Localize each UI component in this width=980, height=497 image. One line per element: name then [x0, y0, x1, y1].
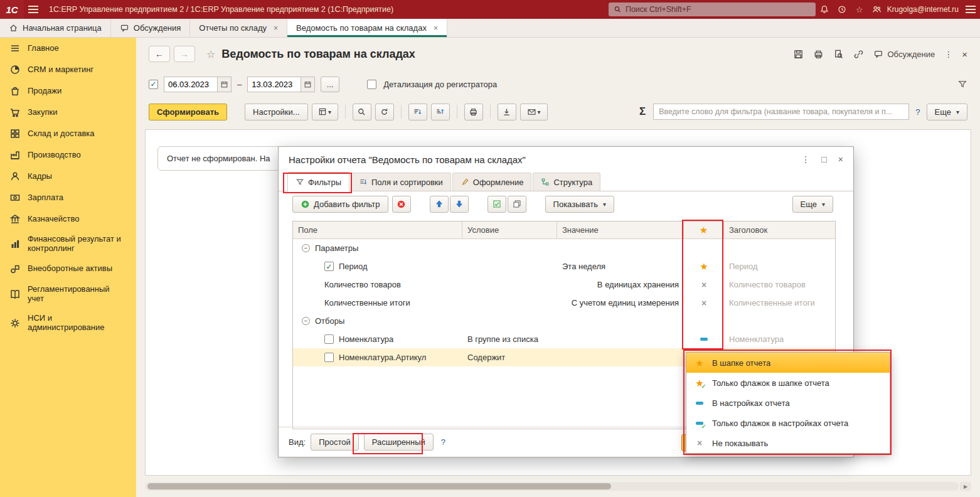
- menu-item-in-report-header[interactable]: ★ В шапке отчета: [686, 353, 890, 373]
- settings-button[interactable]: Настройки...: [245, 104, 308, 120]
- sidebar-item-fixed-assets[interactable]: Внеоборотные активы: [0, 259, 136, 280]
- row-checkbox-checked[interactable]: ✓: [324, 262, 334, 271]
- condition-cell[interactable]: В группе из списка: [467, 334, 538, 344]
- tab-structure[interactable]: Структура: [533, 173, 600, 191]
- move-up-button[interactable]: [430, 196, 449, 213]
- find-button[interactable]: [353, 104, 371, 120]
- sidebar-item-salary[interactable]: Зарплата: [0, 187, 136, 208]
- view-extended-button[interactable]: Расширенный: [364, 434, 434, 451]
- menu-item-checkbox-in-header[interactable]: ★ ✓ Только флажок в шапке отчета: [686, 373, 890, 393]
- period-options-button[interactable]: ...: [321, 77, 339, 92]
- print-icon[interactable]: [813, 49, 824, 60]
- menu-item-checkbox-in-settings[interactable]: ✓ Только флажок в настройках отчета: [686, 413, 890, 433]
- sidebar-item-hr[interactable]: Кадры: [0, 166, 136, 187]
- column-condition[interactable]: Условие: [462, 222, 557, 238]
- column-value[interactable]: Значение: [557, 222, 684, 238]
- detail-checkbox-label[interactable]: Детализация до регистратора: [383, 80, 497, 89]
- user-account[interactable]: Krugolga@internet.ru: [887, 5, 959, 14]
- main-menu-icon[interactable]: [24, 0, 43, 19]
- period-checkbox[interactable]: ✓: [149, 80, 158, 89]
- value-cell[interactable]: С учетом единиц измерения: [572, 298, 679, 307]
- favorite-star-icon[interactable]: ☆: [206, 48, 215, 60]
- tab-discussions[interactable]: Обсуждения: [111, 19, 191, 37]
- send-mail-button[interactable]: ▾: [520, 104, 548, 120]
- report-variants-button[interactable]: ▾: [312, 104, 338, 120]
- table-row-group-parameters[interactable]: − Параметры: [293, 239, 835, 257]
- date-from-input[interactable]: [164, 77, 217, 92]
- forward-button[interactable]: →: [174, 46, 195, 62]
- users-icon[interactable]: [868, 0, 886, 19]
- table-row-nomenclature[interactable]: Номенклатура В группе из списка Номенкла…: [293, 330, 835, 348]
- visibility-star-icon[interactable]: ★: [700, 262, 708, 271]
- print-report-button[interactable]: [464, 104, 483, 120]
- tab-appearance[interactable]: Оформление: [452, 173, 532, 191]
- global-search[interactable]: [609, 3, 816, 16]
- table-row-quantity[interactable]: Количество товаров В единицах хранения ×…: [293, 275, 835, 294]
- more-button[interactable]: Еще ▾: [927, 104, 967, 120]
- tab-filters[interactable]: Фильтры: [287, 172, 349, 191]
- date-to-input[interactable]: [248, 77, 301, 92]
- collapse-icon[interactable]: −: [302, 244, 310, 252]
- tab-warehouse-reports[interactable]: Отчеты по складу ×: [190, 19, 287, 37]
- tab-home[interactable]: Начальная страница: [0, 19, 111, 37]
- dialog-help-link[interactable]: ?: [441, 437, 445, 447]
- sidebar-item-nsi-admin[interactable]: НСИ и администрирование: [0, 309, 136, 338]
- row-checkbox-unchecked[interactable]: [324, 353, 334, 362]
- column-field[interactable]: Поле: [293, 222, 462, 238]
- more-dots-icon[interactable]: ⋮: [944, 50, 952, 59]
- scroll-right-icon[interactable]: ▶: [960, 482, 971, 491]
- save-icon[interactable]: [793, 49, 804, 60]
- dialog-close-icon[interactable]: ×: [838, 154, 843, 164]
- sidebar-item-production[interactable]: Производство: [0, 144, 136, 166]
- back-button[interactable]: ←: [149, 46, 170, 62]
- sort-desc-button[interactable]: [408, 104, 427, 120]
- table-row-quantity-totals[interactable]: Количественные итоги С учетом единиц изм…: [293, 294, 835, 312]
- tab-fields-sorting[interactable]: Поля и сортировки: [351, 173, 451, 191]
- sort-asc-button[interactable]: [431, 104, 450, 120]
- header-cell[interactable]: Количественные итоги: [729, 298, 815, 307]
- menu-item-in-report-settings[interactable]: В настройках отчета: [686, 393, 890, 413]
- sidebar-item-sales[interactable]: Продажи: [0, 80, 136, 102]
- table-row-group-selections[interactable]: − Отборы: [293, 312, 835, 330]
- table-row-period[interactable]: ✓ Период Эта неделя ★ Период: [293, 257, 835, 275]
- show-mode-button[interactable]: Показывать ▾: [545, 196, 614, 213]
- add-filter-button[interactable]: Добавить фильтр: [292, 196, 388, 213]
- sidebar-item-main[interactable]: Главное: [0, 38, 136, 59]
- column-header[interactable]: Заголовок: [724, 222, 835, 238]
- favorites-star-icon[interactable]: ☆: [851, 0, 868, 19]
- tab-close-icon[interactable]: ×: [274, 24, 278, 33]
- tab-report-active[interactable]: Ведомость по товарам на складах ×: [287, 19, 447, 37]
- sidebar-item-regulated-accounting[interactable]: Регламентированный учет: [0, 280, 136, 309]
- uncheck-all-button[interactable]: [508, 196, 526, 213]
- row-checkbox-unchecked[interactable]: [324, 334, 334, 344]
- move-down-button[interactable]: [450, 196, 469, 213]
- preview-search-icon[interactable]: [833, 49, 844, 60]
- close-report-icon[interactable]: ×: [962, 49, 967, 60]
- column-visibility[interactable]: ★: [684, 222, 724, 238]
- tab-close-icon[interactable]: ×: [434, 24, 438, 33]
- detail-checkbox[interactable]: [367, 80, 376, 89]
- sidebar-item-finresult[interactable]: Финансовый результат и контроллинг: [0, 230, 136, 259]
- help-link[interactable]: ?: [915, 107, 920, 117]
- topbar-menu-icon[interactable]: [961, 0, 980, 19]
- header-cell[interactable]: Количество товаров: [729, 280, 806, 289]
- dialog-more-button[interactable]: Еще ▾: [792, 196, 833, 213]
- 1c-logo[interactable]: 1С: [0, 0, 24, 19]
- history-icon[interactable]: [833, 0, 851, 19]
- collapse-icon[interactable]: −: [302, 317, 310, 325]
- calendar-icon[interactable]: [217, 77, 231, 92]
- export-button[interactable]: [498, 104, 516, 120]
- condition-cell[interactable]: Содержит: [467, 353, 505, 362]
- scrollbar-track[interactable]: [145, 482, 959, 491]
- header-cell[interactable]: Период: [729, 262, 758, 271]
- notifications-bell-icon[interactable]: [816, 0, 833, 19]
- sidebar-item-purchases[interactable]: Закупки: [0, 102, 136, 123]
- menu-item-do-not-show[interactable]: × Не показывать: [686, 433, 890, 453]
- header-cell[interactable]: Номенклатура: [729, 334, 784, 344]
- visibility-x-icon[interactable]: ×: [701, 281, 706, 289]
- scrollbar-thumb[interactable]: [147, 483, 611, 489]
- value-cell[interactable]: Эта неделя: [562, 262, 605, 271]
- discussion-button[interactable]: Обсуждение: [873, 49, 935, 59]
- sidebar-item-warehouse[interactable]: Склад и доставка: [0, 123, 136, 144]
- visibility-x-icon[interactable]: ×: [701, 299, 706, 307]
